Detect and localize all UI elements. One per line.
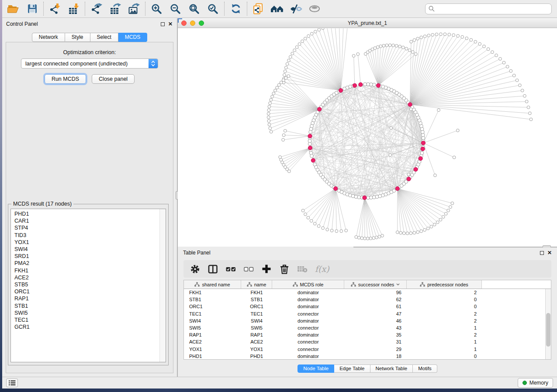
cell-successor_nodes: 18 xyxy=(344,354,407,359)
mcds-result-item[interactable]: ACE2 xyxy=(14,274,166,281)
optimization-criterion-select[interactable]: largest connected component (undirected) xyxy=(21,58,158,69)
mcds-result-list[interactable]: PHD1CAR1STP4TID3YOX1SWI4SRD1PMA2FKH1ACE2… xyxy=(10,209,166,362)
table-close-panel-icon[interactable]: ✕ xyxy=(547,251,552,255)
network-canvas[interactable] xyxy=(178,28,557,247)
select-all-columns-button[interactable] xyxy=(225,263,236,275)
open-file-button[interactable] xyxy=(4,1,23,17)
tab-style[interactable]: Style xyxy=(65,33,90,42)
clone-network-button[interactable] xyxy=(249,1,268,17)
column-header-predecessor-nodes[interactable]: predecessor nodes xyxy=(407,280,482,289)
delete-columns-button[interactable] xyxy=(279,263,290,275)
export-network-button[interactable] xyxy=(87,1,106,17)
tab-edge-table[interactable]: Edge Table xyxy=(334,364,370,373)
search-field[interactable] xyxy=(425,3,552,14)
mcds-result-item[interactable]: SRD1 xyxy=(14,253,166,260)
mcds-result-item[interactable]: FKH1 xyxy=(14,267,166,274)
table-row[interactable]: PHD1PHD1dominator180 xyxy=(184,353,551,360)
task-history-button[interactable] xyxy=(6,378,18,387)
table-row[interactable]: STB1STB1dominator620 xyxy=(184,296,551,303)
close-panel-icon[interactable]: ✕ xyxy=(168,22,173,26)
function-builder-button: f(x) xyxy=(315,263,329,275)
mcds-result-item[interactable]: RAP1 xyxy=(14,295,166,302)
table-mode-gear-button[interactable] xyxy=(190,263,200,275)
table-row[interactable]: YOX1YOX1connector291 xyxy=(184,346,551,353)
mcds-result-item[interactable]: STB1 xyxy=(14,303,166,309)
column-header-MCDS-role[interactable]: MCDS role xyxy=(272,280,344,289)
mcds-result-item[interactable]: CAR1 xyxy=(14,217,166,224)
mcds-result-item[interactable]: SWI5 xyxy=(14,309,166,316)
mcds-list-scrollbar[interactable] xyxy=(159,209,166,362)
cell-predecessor_nodes: 1 xyxy=(407,339,482,344)
column-header-shared-name[interactable]: shared name xyxy=(184,280,241,289)
tab-mcds[interactable]: MCDS xyxy=(118,33,147,42)
cell-predecessor_nodes: 2 xyxy=(407,332,482,337)
show-details-button[interactable] xyxy=(305,1,324,17)
hide-details-button[interactable] xyxy=(287,1,305,17)
tab-network[interactable]: Network xyxy=(32,33,65,42)
tab-motifs[interactable]: Motifs xyxy=(413,364,437,373)
new-column-button[interactable] xyxy=(261,263,272,275)
show-columns-button[interactable] xyxy=(208,263,218,275)
search-input[interactable] xyxy=(437,6,548,12)
column-header-successor-nodes[interactable]: successor nodes xyxy=(344,280,407,289)
table-row[interactable]: TEC1TEC1connector472 xyxy=(184,310,551,317)
refresh-icon xyxy=(230,3,242,14)
mcds-result-item[interactable]: STB5 xyxy=(14,281,166,288)
import-table-button[interactable] xyxy=(64,1,83,17)
close-panel-button[interactable]: Close panel xyxy=(92,74,135,84)
export-table-icon xyxy=(109,3,121,15)
table-scrollbar[interactable] xyxy=(545,289,551,359)
mcds-result-item[interactable]: TEC1 xyxy=(14,316,166,323)
table-row[interactable]: ACE2ACE2connector311 xyxy=(184,338,551,345)
zoom-selected-button[interactable] xyxy=(204,1,222,17)
table-row[interactable]: RAP1RAP1dominator352 xyxy=(184,331,551,338)
window-minimize-icon[interactable] xyxy=(190,21,195,26)
mcds-result-item[interactable]: TID3 xyxy=(14,232,166,239)
network-view-titlebar[interactable]: YPA_prune.txt_1 xyxy=(178,18,557,28)
node-table[interactable]: shared namenameMCDS rolesuccessor nodesp… xyxy=(183,280,551,360)
save-session-button[interactable] xyxy=(23,1,42,17)
float-window-icon[interactable] xyxy=(161,22,165,26)
zoom-fit-button[interactable] xyxy=(185,1,204,17)
mcds-result-item[interactable]: SWI4 xyxy=(14,246,166,253)
mcds-result-item[interactable]: PHD1 xyxy=(14,210,166,217)
cell-name: TEC1 xyxy=(241,311,272,316)
run-mcds-button[interactable]: Run MCDS xyxy=(45,74,86,84)
cell-successor_nodes: 31 xyxy=(344,339,407,344)
export-table-button[interactable] xyxy=(106,1,125,17)
table-scrollbar-thumb[interactable] xyxy=(546,313,550,347)
mcds-result-item[interactable]: YOX1 xyxy=(14,239,166,246)
table-row[interactable]: SWI4SWI4dominator462 xyxy=(184,317,551,324)
column-sort-icon xyxy=(293,282,298,287)
cell-predecessor_nodes: 2 xyxy=(407,318,482,323)
window-maximize-icon[interactable] xyxy=(199,21,204,26)
memory-button[interactable]: Memory xyxy=(518,378,553,388)
export-image-button[interactable] xyxy=(125,1,143,17)
tab-network-table[interactable]: Network Table xyxy=(370,364,413,373)
tab-node-table[interactable]: Node Table xyxy=(298,364,334,373)
table-row[interactable]: ORC1ORC1dominator610 xyxy=(184,303,551,310)
mcds-result-item[interactable]: GCR1 xyxy=(14,323,166,330)
cell-mcds_role: dominator xyxy=(272,290,344,295)
refresh-button[interactable] xyxy=(226,1,245,17)
cell-shared_name: ACE2 xyxy=(184,339,241,344)
houses-button[interactable] xyxy=(268,1,287,17)
zoom-in-button[interactable] xyxy=(147,1,166,17)
tab-select[interactable]: Select xyxy=(90,33,118,42)
window-close-icon[interactable] xyxy=(181,21,187,26)
table-row[interactable]: SWI5SWI5connector431 xyxy=(184,324,551,331)
column-label: predecessor nodes xyxy=(427,282,468,287)
table-row[interactable]: FKH1FKH1dominator962 xyxy=(184,289,551,296)
mcds-result-item[interactable]: STP4 xyxy=(14,224,166,231)
unselect-all-columns-icon xyxy=(244,265,254,274)
column-header-name[interactable]: name xyxy=(241,280,272,289)
unselect-all-columns-button[interactable] xyxy=(243,263,254,275)
table-float-window-icon[interactable] xyxy=(540,251,544,255)
mcds-panel-body: Optimization criterion: largest connecte… xyxy=(6,42,173,373)
network-leaf-nodes[interactable] xyxy=(267,28,533,240)
import-network-button[interactable] xyxy=(45,1,64,17)
mcds-result-item[interactable]: ORC1 xyxy=(14,288,166,295)
mcds-result-item[interactable]: PMA2 xyxy=(14,260,166,267)
zoom-out-button[interactable] xyxy=(166,1,185,17)
zoom-selected-icon xyxy=(208,3,218,14)
